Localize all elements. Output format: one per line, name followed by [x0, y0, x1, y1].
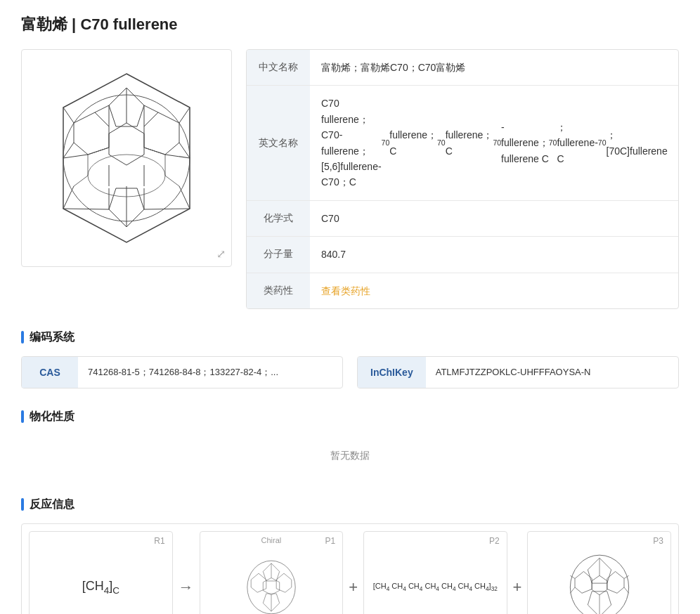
- svg-line-21: [144, 105, 158, 112]
- reaction-arrow: →: [179, 578, 194, 596]
- mol-weight-label: 分子量: [247, 237, 310, 272]
- svg-line-15: [63, 155, 88, 158]
- svg-marker-5: [144, 112, 179, 155]
- inchikey-card: InChIKey ATLMFJTZZPOKLC-UHFFFAOYSA-N: [357, 356, 679, 388]
- inchikey-value: ATLMFJTZZPOKLC-UHFFFAOYSA-N: [426, 357, 601, 388]
- svg-marker-47: [592, 575, 607, 595]
- svg-line-30: [63, 186, 74, 209]
- molecule-svg: [42, 67, 211, 249]
- svg-line-51: [570, 587, 575, 593]
- drug-likeness-value: 查看类药性: [310, 273, 678, 308]
- svg-marker-6: [109, 123, 144, 165]
- reaction-p2: P2 [CH4 CH4 CH4 CH4 CH4 CH4 CH4]32 ⤢: [363, 531, 507, 614]
- chinese-name-row: 中文名称 富勒烯；富勒烯C70；C70富勒烯: [247, 50, 678, 86]
- svg-line-28: [74, 176, 88, 186]
- english-name-value: C70 fullerene；C70-fullerene；[5,6]fullere…: [310, 86, 679, 200]
- mol-weight-value: 840.7: [310, 237, 678, 272]
- formula-value: C70: [310, 201, 678, 236]
- page-title: 富勒烯 | C70 fullerene: [21, 14, 679, 35]
- expand-icon[interactable]: ⤢: [216, 247, 226, 261]
- encoding-title: 编码系统: [30, 330, 74, 345]
- encoding-section: 编码系统 CAS 741268-81-5；741268-84-8；133227-…: [21, 330, 679, 388]
- cas-label: CAS: [22, 357, 78, 388]
- svg-marker-39: [263, 577, 279, 594]
- mol-weight-row: 分子量 840.7: [247, 237, 678, 273]
- reaction-plus-1: +: [349, 578, 358, 596]
- inchikey-label: InChIKey: [358, 357, 426, 388]
- phys-bar: [21, 410, 24, 423]
- svg-line-29: [165, 176, 179, 186]
- svg-line-22: [88, 148, 109, 155]
- drug-likeness-row: 类药性 查看类药性: [247, 273, 678, 308]
- r1-formula: [CH4]C: [82, 579, 119, 596]
- svg-marker-37: [251, 573, 266, 592]
- reaction-card-1: R1 [CH4]C ⤢ → P1 Chiral: [21, 523, 679, 614]
- svg-line-20: [95, 105, 109, 112]
- reaction-section: 反应信息 R1 [CH4]C ⤢ → P1 Chiral: [21, 497, 679, 614]
- p2-formula: [CH4 CH4 CH4 CH4 CH4 CH4 CH4]32: [370, 577, 500, 596]
- reaction-plus-2: +: [513, 578, 522, 596]
- svg-line-18: [165, 155, 190, 158]
- reaction-header: 反应信息: [21, 497, 679, 512]
- svg-line-50: [570, 575, 575, 578]
- reaction-p1: P1 Chiral ⤢: [200, 531, 344, 614]
- cas-value: 741268-81-5；741268-84-8；133227-82-4；...: [78, 357, 288, 388]
- p3-label: P3: [653, 536, 663, 546]
- svg-line-23: [144, 148, 165, 155]
- svg-line-53: [624, 587, 629, 593]
- svg-line-33: [144, 209, 190, 209]
- svg-line-32: [63, 209, 109, 209]
- encoding-header: 编码系统: [21, 330, 679, 345]
- encoding-row: CAS 741268-81-5；741268-84-8；133227-82-4；…: [21, 356, 679, 388]
- phys-title: 物化性质: [30, 410, 74, 424]
- svg-marker-4: [74, 112, 109, 155]
- cas-card: CAS 741268-81-5；741268-84-8；133227-82-4；…: [21, 356, 343, 388]
- info-table: 中文名称 富勒烯；富勒烯C70；C70富勒烯 英文名称 C70 fulleren…: [246, 49, 679, 309]
- english-name-label: 英文名称: [247, 86, 310, 200]
- svg-marker-38: [276, 573, 292, 592]
- drug-likeness-label: 类药性: [247, 273, 310, 308]
- svg-line-13: [63, 107, 74, 123]
- p3-svg: [564, 549, 635, 614]
- reaction-title: 反应信息: [30, 497, 74, 512]
- p1-label: P1: [325, 536, 335, 546]
- reaction-r1: R1 [CH4]C ⤢: [29, 531, 173, 614]
- top-section: ⤢ 中文名称 富勒烯；富勒烯C70；C70富勒烯 英文名称 C70 fuller…: [21, 49, 679, 309]
- phys-section: 物化性质 暂无数据: [21, 410, 679, 476]
- p2-label: P2: [489, 536, 500, 546]
- formula-row: 化学式 C70: [247, 201, 678, 237]
- encoding-bar: [21, 331, 24, 344]
- no-data-text: 暂无数据: [21, 436, 679, 476]
- english-name-row: 英文名称 C70 fullerene；C70-fullerene；[5,6]fu…: [247, 86, 678, 200]
- formula-label: 化学式: [247, 201, 310, 236]
- svg-line-31: [179, 186, 190, 209]
- p1-chiral-label: Chiral: [261, 536, 281, 544]
- reaction-bar: [21, 498, 24, 511]
- chinese-name-value: 富勒烯；富勒烯C70；C70富勒烯: [310, 50, 678, 85]
- phys-header: 物化性质: [21, 410, 679, 424]
- svg-line-52: [624, 575, 629, 578]
- chinese-name-label: 中文名称: [247, 50, 310, 85]
- r1-label: R1: [154, 536, 164, 546]
- p1-svg: [240, 556, 303, 614]
- molecule-image-box: ⤢: [21, 49, 232, 267]
- reaction-p3: P3 ⤢: [527, 531, 671, 614]
- drug-likeness-link[interactable]: 查看类药性: [321, 283, 370, 299]
- svg-line-16: [179, 107, 190, 123]
- reaction-row: R1 [CH4]C ⤢ → P1 Chiral: [29, 531, 671, 614]
